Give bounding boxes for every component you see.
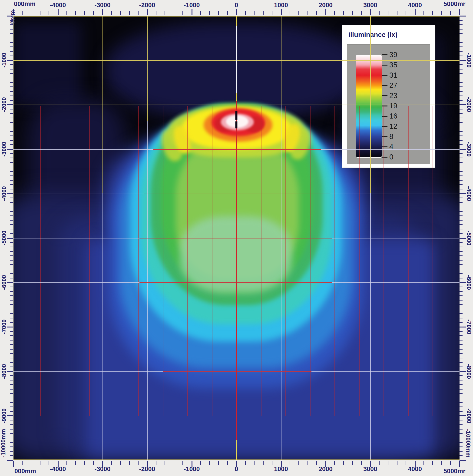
fine-calc-gridline [138, 106, 139, 416]
axis-tick [459, 193, 466, 194]
axis-tick [459, 415, 466, 416]
fine-calc-gridline [163, 106, 163, 416]
axis-tick [459, 429, 463, 429]
legend-tick-label: 31 [389, 71, 397, 80]
axis-tick [245, 11, 246, 15]
axis-tick [459, 198, 463, 198]
corner-label-top-left: 000mm [14, 0, 35, 8]
axis-tick-label: -6000 [1, 273, 7, 292]
axis-tick [10, 322, 13, 323]
axis-tick [200, 461, 201, 465]
axis-tick [459, 455, 463, 456]
axis-tick [459, 375, 463, 376]
axis-tick [49, 461, 49, 465]
axis-tick [138, 461, 138, 465]
axis-tick-label: -3000 [1, 140, 7, 158]
axis-tick [10, 73, 13, 74]
axis-tick [459, 340, 463, 340]
axis-tick [245, 461, 246, 465]
axis-tick [10, 393, 13, 394]
fine-calc-gridline [89, 106, 90, 416]
axis-tick [93, 11, 94, 15]
legend-tick [382, 157, 388, 158]
axis-tick [361, 11, 362, 15]
fine-calc-gridline [212, 106, 212, 416]
axis-tick-label: 2000 [319, 2, 333, 9]
axis-tick [10, 429, 13, 429]
axis-tick [379, 11, 380, 15]
axis-tick [459, 180, 463, 181]
axis-tick [10, 247, 13, 247]
axis-tick [459, 215, 463, 216]
axis-tick [10, 42, 13, 43]
axis-tick-label: -4000 [50, 2, 66, 9]
axis-tick [459, 104, 466, 105]
axis-tick [10, 425, 13, 425]
axis-tick-label: -4000 [466, 184, 472, 203]
axis-tick [10, 180, 13, 181]
legend-colorbar [356, 55, 382, 157]
axis-tick [10, 55, 13, 56]
axis-tick [129, 461, 130, 465]
axis-tick [10, 402, 13, 403]
axis-tick [10, 162, 13, 163]
axis-tick [183, 11, 183, 15]
axis-tick [459, 100, 463, 101]
axis-tick-label: 0 [235, 466, 238, 473]
axis-tick [459, 344, 463, 345]
axis-tick [459, 411, 463, 412]
axis-tick [459, 287, 463, 287]
axis-tick [10, 451, 13, 452]
axis-tick [459, 82, 463, 83]
axis-tick [10, 455, 13, 456]
plot-edge-top [13, 16, 459, 17]
axis-tick [388, 461, 389, 465]
axis-tick [459, 260, 463, 261]
axis-tick [10, 229, 13, 229]
axis-tick [459, 131, 463, 132]
axis-tick [209, 11, 210, 15]
axis-tick [10, 420, 13, 421]
axis-tick [459, 118, 463, 118]
axis-tick [272, 11, 272, 15]
axis-tick [236, 9, 237, 15]
axis-tick [49, 11, 49, 15]
axis-tick [459, 55, 463, 56]
axis-tick [10, 51, 13, 51]
axis-tick [307, 461, 308, 465]
axis-tick [10, 407, 13, 407]
axis-tick-label: -6000 [466, 273, 472, 292]
axis-tick [459, 402, 463, 403]
corner-label-bottom-left: 000mm [14, 468, 36, 475]
axis-tick [281, 9, 282, 15]
axis-tick [432, 11, 433, 15]
heatmap-layer [14, 22, 81, 106]
axis-tick [459, 446, 463, 447]
axis-tick [10, 344, 13, 345]
legend-panel: 3935312723191612840 [347, 44, 430, 164]
axis-tick [174, 461, 174, 465]
axis-tick [459, 242, 463, 243]
axis-tick [10, 96, 13, 96]
axis-tick [111, 461, 112, 465]
axis-tick [10, 224, 13, 225]
axis-tick [10, 260, 13, 261]
axis-tick [10, 122, 13, 123]
gridline-vertical [415, 16, 415, 228]
axis-tick [10, 175, 13, 176]
axis-tick [10, 140, 13, 141]
axis-tick [298, 461, 299, 465]
axis-tick [263, 11, 264, 15]
axis-tick [459, 326, 466, 327]
axis-tick [459, 189, 463, 189]
axis-tick-label: -1000 [184, 466, 200, 473]
axis-tick [10, 109, 13, 109]
axis-tick [459, 42, 463, 43]
axis-tick [459, 393, 463, 394]
axis-tick [459, 461, 460, 467]
axis-tick [102, 9, 103, 15]
axis-tick-label: -1000 [466, 51, 472, 69]
axis-tick [459, 69, 463, 69]
axis-tick [10, 233, 13, 234]
gridline-red-overlay [163, 371, 311, 372]
